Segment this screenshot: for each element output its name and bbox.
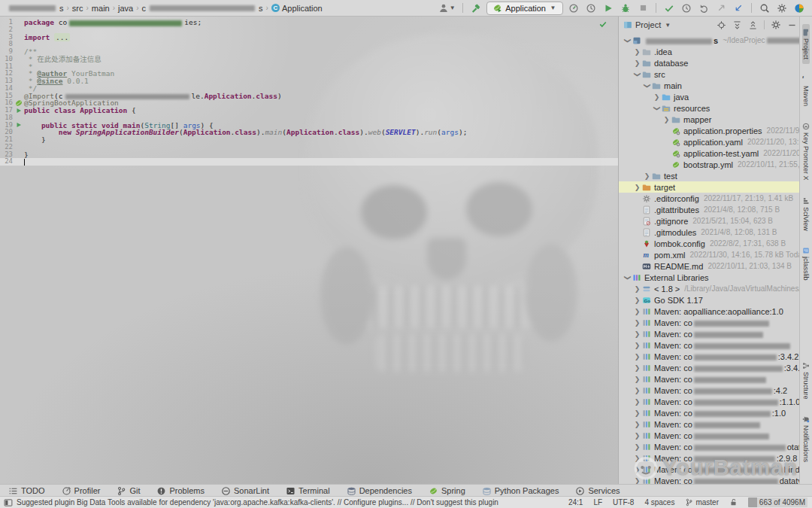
expand-all-button[interactable] <box>731 19 743 31</box>
tree-row-1-8[interactable]: ❯< 1.8 >/Library/Java/JavaVirtualMachine… <box>619 283 801 294</box>
chevron-right-icon[interactable]: ❯ <box>633 48 641 56</box>
code-line[interactable]: 1package coies; <box>0 19 618 26</box>
tree-row-maven-co[interactable]: ❯Maven: co <box>619 317 801 328</box>
run-with-coverage-button[interactable] <box>584 2 598 14</box>
build-project-button[interactable] <box>469 2 483 14</box>
chevron-right-icon[interactable]: ❯ <box>633 342 641 349</box>
tree-row-maven-co[interactable]: ❯Maven: co <box>619 430 801 441</box>
code-line[interactable]: 23} <box>0 151 618 159</box>
toolwindow-button-problems[interactable]: Problems <box>148 485 212 497</box>
chevron-down-icon[interactable]: ❯ <box>634 70 641 78</box>
run-gutter-icon[interactable] <box>13 108 24 114</box>
chevron-right-icon[interactable]: ❯ <box>633 59 641 67</box>
chevron-right-icon[interactable]: ❯ <box>633 184 641 191</box>
commit-button[interactable] <box>662 2 676 14</box>
tree-row-lombok-config[interactable]: lombok.config2022/8/2, 17:31, 638 B <box>619 238 801 249</box>
breadcrumb-segment[interactable]: java <box>117 4 135 13</box>
tool-tab-sciview[interactable]: SciView <box>802 193 810 236</box>
tree-row-idea[interactable]: ❯.idea <box>619 46 801 57</box>
tree-row-src[interactable]: ❯src <box>619 68 801 80</box>
stop-button[interactable] <box>636 2 650 14</box>
chevron-right-icon[interactable]: ❯ <box>633 319 641 327</box>
push-button[interactable] <box>714 2 728 14</box>
tree-row-mapper[interactable]: ❯mapper <box>619 114 801 125</box>
tree-row-go-sdk-1-17[interactable]: ❯GoGo SDK 1.17 <box>619 294 801 306</box>
tree-row-maven-co[interactable]: ❯Maven: co <box>619 373 801 385</box>
chevron-right-icon[interactable]: ❯ <box>633 353 641 360</box>
run-gutter-icon[interactable] <box>13 122 24 128</box>
tree-row-editorconfig[interactable]: .editorconfig2022/11/17, 21:19, 1.41 kB <box>619 193 801 204</box>
indent-size[interactable]: 4 spaces <box>644 498 674 506</box>
memory-indicator[interactable]: 663 of 4096M <box>748 497 807 507</box>
history-button[interactable] <box>680 2 693 14</box>
toolwindow-button-dependencies[interactable]: Dependencies <box>338 485 420 497</box>
toolwindow-button-todo[interactable]: TODO <box>0 485 53 497</box>
tree-row-test[interactable]: ❯test <box>619 170 801 181</box>
run-configuration-select[interactable]: Application▼ <box>486 2 563 15</box>
code-lines[interactable]: 1package coies;23import ...89/**10 * 在此处… <box>0 17 618 166</box>
code-line[interactable]: 15@Import(cle.Application.class) <box>0 93 618 100</box>
breadcrumb-segment[interactable]: s <box>6 4 65 13</box>
chevron-down-icon[interactable]: ❯ <box>624 273 632 281</box>
tree-row-java[interactable]: ❯java <box>619 91 801 102</box>
chevron-right-icon[interactable]: ❯ <box>633 421 641 428</box>
select-opened-file-button[interactable] <box>715 19 727 31</box>
caret-position[interactable]: 24:1 <box>568 498 583 506</box>
tree-row-maven-co[interactable]: ❯Maven: co <box>619 339 801 351</box>
tool-tab-structure[interactable]: Structure <box>802 357 810 404</box>
tree-row-application-test-yaml[interactable]: application-test.yaml2022/11/20, 23:37, … <box>619 148 801 159</box>
ide-logo-button[interactable] <box>792 2 806 14</box>
breadcrumb-segment[interactable]: main <box>90 4 111 13</box>
line-number[interactable]: 24 <box>0 158 13 166</box>
toolwindow-button-python-packages[interactable]: Python Packages <box>474 485 568 497</box>
lock-icon[interactable] <box>729 498 738 506</box>
chevron-down-icon[interactable]: ❯ <box>644 81 651 90</box>
toolwindow-button-git[interactable]: Git <box>108 485 148 497</box>
tree-row-maven-aopalliance-aopalliance-1-0[interactable]: ❯Maven: aopalliance:aopalliance:1.0 <box>619 306 801 317</box>
chevron-right-icon[interactable]: ❯ <box>633 443 641 451</box>
rollback-button[interactable] <box>697 2 710 14</box>
tree-row-maven-co-3-4-2[interactable]: ❯Maven: co:3.4.2 <box>619 362 801 373</box>
tree-row-resources[interactable]: ❯resources <box>619 102 801 114</box>
code-line[interactable]: 14 */ <box>0 85 618 93</box>
code-line[interactable]: 20 new SpringApplicationBuilder(Applicat… <box>0 129 618 136</box>
line-separator[interactable]: LF <box>593 498 602 506</box>
toolwindow-button-profiler[interactable]: Profiler <box>53 485 109 497</box>
toolwindow-button-services[interactable]: Services <box>567 485 628 497</box>
toolwindow-button-terminal[interactable]: Terminal <box>277 485 338 497</box>
tree-row-gitignore[interactable]: .gitignore2021/5/21, 15:04, 623 B <box>619 215 801 227</box>
user-menu-button[interactable]: ▼ <box>437 2 456 14</box>
code-line[interactable]: 8 <box>0 41 618 48</box>
tree-row-gitmodules[interactable]: .gitmodules2021/4/8, 12:08, 131 B <box>619 227 801 238</box>
chevron-right-icon[interactable]: ❯ <box>633 364 641 372</box>
run-button[interactable] <box>601 2 615 14</box>
tree-row-maven-cobind-2[interactable]: ❯Maven: cobind:2 <box>619 464 801 475</box>
toolwindow-button-sonarlint[interactable]: SonarLint <box>213 485 277 497</box>
debug-button[interactable] <box>619 2 632 14</box>
code-line[interactable]: 13 * @since 0.0.1 <box>0 78 618 85</box>
chevron-right-icon[interactable]: ❯ <box>633 409 641 417</box>
tree-row-maven-co-1-1-0[interactable]: ❯Maven: co:1.1.0 <box>619 396 801 407</box>
code-line[interactable]: 17public class Application { <box>0 107 618 114</box>
tree-row-maven-co-4-2[interactable]: ❯Maven: co:4.2 <box>619 385 801 396</box>
tree-row-external-libraries[interactable]: ❯External Libraries <box>619 272 801 283</box>
project-view-selector[interactable]: Project ▼ <box>623 20 671 29</box>
code-line[interactable]: 21 } <box>0 136 618 144</box>
code-line[interactable]: 24 <box>0 158 618 166</box>
tree-row-application-properties[interactable]: application.properties2022/11/9, 15:42, … <box>619 125 801 136</box>
run-with-profiler-button[interactable] <box>567 2 580 14</box>
chevron-down-icon[interactable]: ❯ <box>653 104 661 112</box>
chevron-right-icon[interactable]: ❯ <box>633 285 641 293</box>
breadcrumb-segment-class[interactable]: CApplication <box>270 4 324 13</box>
code-line[interactable]: 3import ... <box>0 34 618 41</box>
status-message[interactable]: Suggested plugin Big Data Tools availabl… <box>17 498 498 506</box>
tree-row-bootstrap-yml[interactable]: bootstrap.yml2022/10/11, 21:55, 30 B <box>619 159 801 170</box>
chevron-right-icon[interactable]: ❯ <box>633 308 641 315</box>
tree-row-application-yaml[interactable]: application.yaml2022/11/20, 13:38, 855 B <box>619 136 801 148</box>
spring-boot-gutter-icon[interactable] <box>13 99 24 108</box>
chevron-right-icon[interactable]: ❯ <box>643 172 651 180</box>
settings-button[interactable] <box>775 2 789 14</box>
tree-row-database[interactable]: ❯database <box>619 57 801 68</box>
tree-row-maven-co-3-4-2[interactable]: ❯Maven: co:3.4.2 <box>619 351 801 362</box>
tool-tab-notifications[interactable]: Notifications <box>802 411 810 467</box>
